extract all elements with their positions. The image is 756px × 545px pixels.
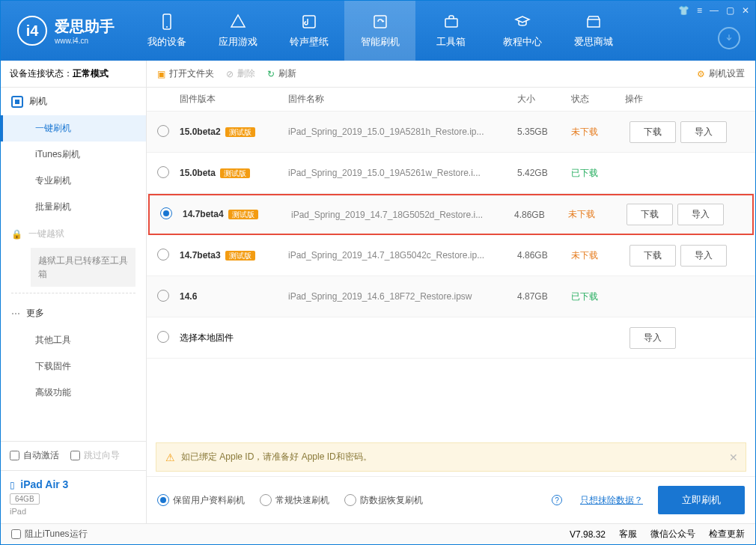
- table-row[interactable]: 14.6iPad_Spring_2019_14.6_18F72_Restore.…: [147, 276, 755, 317]
- row-radio[interactable]: [157, 331, 169, 343]
- store-icon: [585, 13, 603, 31]
- update-link[interactable]: 检查更新: [709, 528, 745, 541]
- footer: 阻止iTunes运行 V7.98.32 客服 微信公众号 检查更新: [1, 523, 755, 544]
- import-button[interactable]: 导入: [630, 327, 676, 349]
- settings-button[interactable]: ⚙刷机设置: [697, 67, 745, 80]
- sidebar-item-download[interactable]: 下载固件: [1, 353, 146, 380]
- table-header: 固件版本 固件名称 大小 状态 操作: [147, 88, 755, 112]
- window-controls: 👕 ≡ — ▢ ✕: [678, 5, 749, 16]
- opt-quick[interactable]: 常规快速刷机: [260, 494, 329, 507]
- auto-activate-checkbox[interactable]: 自动激活: [10, 449, 59, 462]
- delete-button[interactable]: ⊘删除: [226, 67, 255, 80]
- nav-store[interactable]: 爱思商城: [558, 1, 629, 61]
- row-radio[interactable]: [157, 290, 169, 302]
- erase-link[interactable]: 只想抹除数据？: [580, 494, 643, 507]
- firmware-size: 5.35GB: [517, 127, 571, 137]
- nav-apps[interactable]: 应用游戏: [202, 1, 273, 61]
- win-shirt-icon[interactable]: 👕: [678, 5, 689, 16]
- import-button[interactable]: 导入: [680, 121, 727, 143]
- nav-tutorial[interactable]: 教程中心: [487, 1, 558, 61]
- sidebar-item-other[interactable]: 其他工具: [1, 327, 146, 353]
- firmware-status: 未下载: [568, 208, 622, 221]
- main-nav: 我的设备 应用游戏 铃声壁纸 智能刷机 工具箱 教程中心 爱思商城: [131, 1, 755, 61]
- device-icon: ▯: [10, 480, 15, 490]
- more-icon: ⋯: [11, 308, 20, 319]
- sidebar-head-more[interactable]: ⋯更多: [1, 299, 146, 327]
- download-center-icon[interactable]: [718, 27, 740, 49]
- nav-flash[interactable]: 智能刷机: [344, 1, 415, 61]
- warning-icon: ⚠: [165, 451, 175, 463]
- gear-icon: ⚙: [697, 69, 705, 79]
- row-radio[interactable]: [157, 166, 169, 178]
- radio-icon: [260, 494, 272, 506]
- sidebar-options: 自动激活 跳过向导: [1, 441, 146, 470]
- firmware-status: 已下载: [571, 290, 625, 303]
- sidebar-head-jailbreak: 🔒一键越狱: [1, 220, 146, 245]
- sidebar-item-oneclick[interactable]: 一键刷机: [1, 115, 146, 141]
- wechat-link[interactable]: 微信公众号: [650, 528, 695, 541]
- nav-ringtone[interactable]: 铃声壁纸: [273, 1, 344, 61]
- table-row[interactable]: 14.7beta4测试版iPad_Spring_2019_14.7_18G505…: [148, 194, 754, 235]
- firmware-status: 未下载: [571, 249, 625, 262]
- delete-icon: ⊘: [226, 69, 234, 79]
- row-radio[interactable]: [160, 207, 172, 219]
- sidebar: 设备连接状态： 正常模式 刷机 一键刷机 iTunes刷机 专业刷机 批量刷机 …: [1, 61, 147, 523]
- close-notice-icon[interactable]: ✕: [729, 451, 738, 463]
- sidebar-item-batch[interactable]: 批量刷机: [1, 194, 146, 220]
- import-button[interactable]: 导入: [677, 204, 724, 225]
- info-icon: ?: [552, 495, 562, 505]
- svg-rect-3: [374, 16, 386, 28]
- radio-icon: [157, 494, 169, 506]
- firmware-version: 14.7beta4: [183, 209, 224, 219]
- table-row[interactable]: 14.7beta3测试版iPad_Spring_2019_14.7_18G504…: [147, 235, 755, 276]
- radio-icon: [344, 494, 356, 506]
- reload-icon: ↻: [267, 69, 275, 79]
- firmware-name: iPad_Spring_2019_15.0_19A5281h_Restore.i…: [288, 127, 517, 137]
- refresh-icon: [371, 13, 389, 31]
- beta-tag: 测试版: [220, 168, 250, 178]
- version-label: V7.98.32: [570, 529, 606, 540]
- import-button[interactable]: 导入: [680, 245, 727, 267]
- sidebar-head-flash[interactable]: 刷机: [1, 88, 146, 115]
- device-panel[interactable]: ▯ iPad Air 3 64GB iPad: [1, 470, 146, 523]
- table-row[interactable]: 15.0beta测试版iPad_Spring_2019_15.0_19A5261…: [147, 153, 755, 194]
- firmware-size: 4.86GB: [517, 250, 571, 261]
- open-folder-button[interactable]: ▣打开文件夹: [157, 67, 214, 80]
- skip-guide-checkbox[interactable]: 跳过向导: [70, 449, 120, 462]
- music-icon: [300, 13, 318, 31]
- download-button[interactable]: 下载: [630, 121, 676, 143]
- toolbox-icon: [442, 13, 460, 31]
- win-max-icon[interactable]: ▢: [726, 5, 734, 16]
- firmware-size: 4.86GB: [514, 210, 568, 220]
- table-row[interactable]: 15.0beta2测试版iPad_Spring_2019_15.0_19A528…: [147, 112, 755, 153]
- connection-status: 设备连接状态： 正常模式: [1, 61, 146, 88]
- win-min-icon[interactable]: —: [710, 5, 719, 16]
- sidebar-item-pro[interactable]: 专业刷机: [1, 168, 146, 194]
- logo: i4 爱思助手 www.i4.cn: [1, 16, 131, 46]
- nav-toolbox[interactable]: 工具箱: [415, 1, 487, 61]
- row-radio[interactable]: [157, 249, 169, 261]
- win-menu-icon[interactable]: ≡: [697, 5, 702, 16]
- flash-icon: [11, 96, 23, 108]
- refresh-button[interactable]: ↻刷新: [267, 67, 296, 80]
- flash-now-button[interactable]: 立即刷机: [658, 486, 745, 514]
- row-radio[interactable]: [157, 125, 169, 137]
- sidebar-item-advanced[interactable]: 高级功能: [1, 380, 146, 406]
- support-link[interactable]: 客服: [619, 528, 637, 541]
- folder-icon: ▣: [157, 69, 165, 79]
- firmware-size: 5.42GB: [517, 168, 571, 178]
- sidebar-item-itunes[interactable]: iTunes刷机: [1, 141, 146, 168]
- opt-anti-recover[interactable]: 防数据恢复刷机: [344, 494, 423, 507]
- grad-icon: [513, 13, 531, 31]
- block-itunes-checkbox[interactable]: 阻止iTunes运行: [11, 528, 88, 541]
- beta-tag: 测试版: [225, 127, 255, 137]
- arrow-down-icon: [724, 33, 734, 43]
- nav-device[interactable]: 我的设备: [131, 1, 202, 61]
- toolbar: ▣打开文件夹 ⊘删除 ↻刷新 ⚙刷机设置: [147, 61, 755, 88]
- firmware-version: 15.0beta2: [180, 127, 221, 137]
- download-button[interactable]: 下载: [630, 245, 676, 267]
- win-close-icon[interactable]: ✕: [742, 5, 749, 16]
- download-button[interactable]: 下载: [627, 204, 673, 225]
- local-firmware-row[interactable]: 选择本地固件导入: [147, 317, 755, 359]
- opt-keep-data[interactable]: 保留用户资料刷机: [157, 494, 245, 507]
